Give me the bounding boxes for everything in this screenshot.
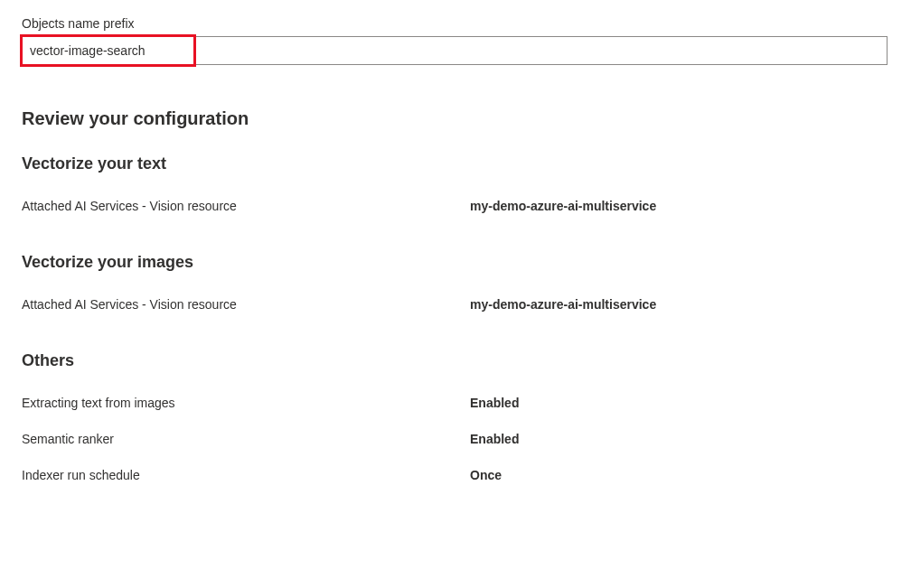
config-label-indexer-schedule: Indexer run schedule [22,468,470,482]
config-row: Indexer run schedule Once [22,468,889,482]
config-label-semantic-ranker: Semantic ranker [22,432,470,446]
objects-name-prefix-input[interactable] [22,36,888,65]
config-label-text-vision-resource: Attached AI Services - Vision resource [22,199,470,213]
review-configuration-heading: Review your configuration [22,108,889,129]
objects-name-prefix-wrapper [22,36,889,65]
vectorize-text-heading: Vectorize your text [22,154,889,173]
others-heading: Others [22,351,889,370]
config-label-images-vision-resource: Attached AI Services - Vision resource [22,297,470,312]
objects-name-prefix-label: Objects name prefix [22,16,889,31]
config-value-semantic-ranker: Enabled [470,432,519,446]
config-row: Attached AI Services - Vision resource m… [22,199,889,213]
config-value-indexer-schedule: Once [470,468,502,482]
config-row: Attached AI Services - Vision resource m… [22,297,889,312]
config-value-text-vision-resource: my-demo-azure-ai-multiservice [470,199,656,213]
config-row: Semantic ranker Enabled [22,432,889,446]
vectorize-images-heading: Vectorize your images [22,253,889,272]
config-row: Extracting text from images Enabled [22,396,889,410]
config-label-extracting-text: Extracting text from images [22,396,470,410]
config-value-extracting-text: Enabled [470,396,519,410]
config-value-images-vision-resource: my-demo-azure-ai-multiservice [470,297,656,312]
